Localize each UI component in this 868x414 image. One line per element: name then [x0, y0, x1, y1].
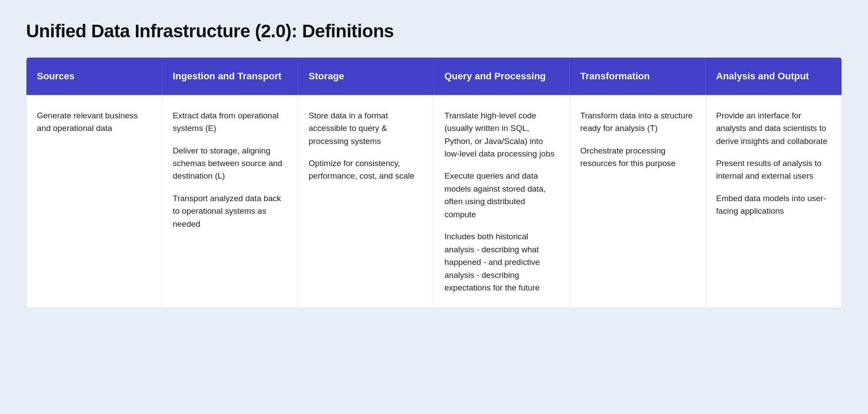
cell-query: Translate high-level code (usually writt…: [434, 95, 570, 308]
transformation-item-1: Orchestrate processing resources for thi…: [580, 144, 695, 170]
cell-sources: Generate relevant business and operation…: [26, 95, 162, 308]
header-storage: Storage: [298, 58, 434, 95]
cell-transformation: Transform data into a structure ready fo…: [570, 95, 706, 308]
ingestion-item-1: Deliver to storage, aligning schemas bet…: [173, 144, 287, 183]
cell-analysis: Provide an interface for analysts and da…: [706, 95, 842, 308]
header-query: Query and Processing: [434, 58, 570, 95]
query-item-0: Translate high-level code (usually writt…: [444, 109, 559, 160]
main-table: Sources Ingestion and Transport Storage …: [26, 57, 842, 308]
header-ingestion: Ingestion and Transport: [162, 58, 298, 95]
analysis-item-1: Present results of analysis to internal …: [716, 157, 831, 183]
analysis-item-0: Provide an interface for analysts and da…: [716, 109, 831, 147]
table-header: Sources Ingestion and Transport Storage …: [26, 58, 842, 95]
query-item-2: Includes both historical analysis - desc…: [444, 230, 559, 294]
cell-ingestion: Extract data from operational systems (E…: [162, 95, 298, 308]
sources-item-0: Generate relevant business and operation…: [37, 109, 151, 135]
header-sources: Sources: [26, 58, 162, 95]
header-analysis: Analysis and Output: [706, 58, 842, 95]
ingestion-item-2: Transport analyzed data back to operatio…: [173, 192, 287, 230]
ingestion-item-0: Extract data from operational systems (E…: [173, 109, 287, 135]
page-title: Unified Data Infrastructure (2.0): Defin…: [26, 21, 842, 42]
cell-storage: Store data in a format accessible to que…: [298, 95, 434, 308]
transformation-item-0: Transform data into a structure ready fo…: [580, 109, 695, 135]
query-item-1: Execute queries and data models against …: [444, 170, 559, 221]
table-body: Generate relevant business and operation…: [26, 95, 842, 308]
storage-item-1: Optimize for consistency, performance, c…: [309, 157, 423, 183]
header-transformation: Transformation: [570, 58, 706, 95]
analysis-item-2: Embed data models into user-facing appli…: [716, 192, 831, 218]
storage-item-0: Store data in a format accessible to que…: [309, 109, 423, 147]
